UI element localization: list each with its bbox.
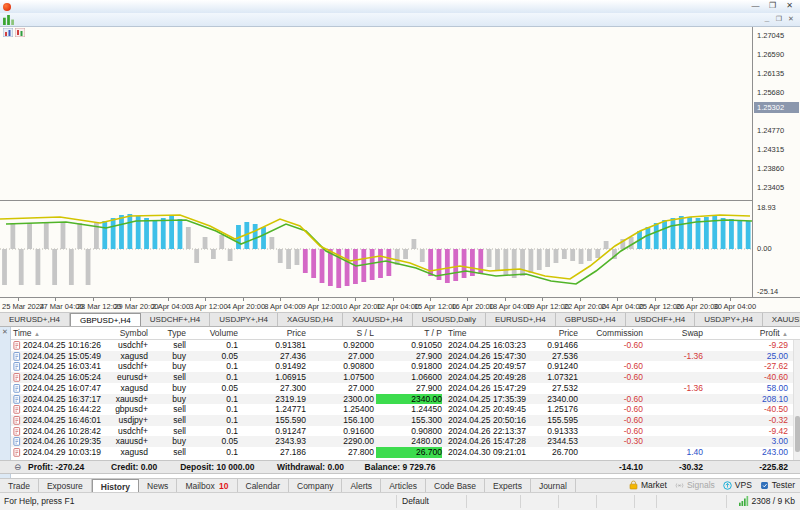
chart-tab-xauusd-h4[interactable]: XAUUSD+,H4 — [343, 313, 412, 326]
cell-price: 1.24771 — [240, 404, 306, 415]
history-row[interactable]: 2024.04.25 10:16:26usdchf+sell0.10.91381… — [11, 340, 793, 351]
time-axis-tick — [730, 298, 731, 301]
chart-tab-usousd-daily[interactable]: USOUSD,Daily — [413, 313, 486, 326]
cell-profit: 58.00 — [700, 383, 788, 394]
cell-price2: 0.91240 — [528, 361, 578, 372]
chart-tab-xagusd-h4[interactable]: XAGUSD,H4 — [278, 313, 343, 326]
time-axis-label: 15 Apr 12:00 — [414, 302, 457, 311]
column-header-tp[interactable]: T / P — [376, 327, 442, 340]
time-axis-label: 30 Apr 04:00 — [714, 302, 757, 311]
chart-tab-usdchf-h4[interactable]: USDCHF+,H4 — [626, 313, 695, 326]
chart-tab-gbpusd-h4[interactable]: GBPUSD+,H4 — [70, 313, 141, 326]
history-row[interactable]: 2024.04.29 10:03:19xagusdsell0.127.18627… — [11, 447, 793, 458]
mailbox-count-badge: 10 — [219, 481, 228, 491]
cell-profit: -9.29 — [700, 340, 788, 351]
history-row[interactable]: 2024.04.25 16:05:24eurusd+sell0.11.06915… — [11, 372, 793, 383]
cell-sl: 2300.00 — [308, 394, 374, 405]
chart-tab-eurusd-h4[interactable]: EURUSD+,H4 — [486, 313, 556, 326]
tab-company[interactable]: Company — [289, 479, 342, 492]
history-row[interactable]: 2024.04.26 10:29:35xauusd+buy0.052343.93… — [11, 436, 793, 447]
tab-journal[interactable]: Journal — [531, 479, 576, 492]
price-chart-canvas[interactable] — [0, 27, 752, 200]
cell-sl: 27.000 — [308, 351, 374, 362]
history-row[interactable]: 2024.04.25 16:37:17xauusd+buy0.12319.192… — [11, 394, 793, 405]
history-row[interactable]: 2024.04.25 16:03:41usdchf+buy0.10.914920… — [11, 361, 793, 372]
history-table-header[interactable]: Time ▲SymbolTypeVolumePriceS / LT / PTim… — [11, 327, 800, 340]
tab-calendar[interactable]: Calendar — [238, 479, 290, 492]
cell-tp: 27.900 — [376, 351, 442, 362]
column-header-price[interactable]: Price — [528, 327, 578, 340]
column-header-volume[interactable]: Volume — [188, 327, 238, 340]
cell-type: sell — [150, 404, 186, 415]
collapse-summary-icon[interactable]: ⊖ — [14, 461, 21, 474]
time-axis[interactable]: 25 Mar 202427 Mar 04:0028 Mar 12:0029 Ma… — [0, 297, 800, 313]
time-axis-label: 26 Apr 20:00 — [676, 302, 719, 311]
chart-mini-icon-1 — [3, 28, 13, 37]
toolbox-close-icon[interactable]: ✕ — [2, 328, 8, 336]
column-header-swap[interactable]: Swap — [645, 327, 703, 340]
column-header-profit[interactable]: Profit ▲ — [700, 327, 788, 341]
history-row[interactable]: 2024.04.25 16:07:47xagusdbuy0.0527.30027… — [11, 383, 793, 394]
connection-bars-icon — [739, 496, 749, 506]
time-axis-label: 12 Apr 04:00 — [377, 302, 420, 311]
history-row[interactable]: 2024.04.25 15:05:49xagusdbuy0.0527.43627… — [11, 351, 793, 362]
cell-tp: 0.91800 — [376, 361, 442, 372]
scrollbar-thumb[interactable] — [795, 416, 800, 452]
chart-window[interactable]: 1.270451.265901.261351.256801.247701.243… — [0, 26, 800, 312]
tester-button[interactable]: Tester — [759, 480, 795, 491]
time-axis-tick — [18, 298, 19, 301]
status-profile[interactable]: Default — [402, 496, 429, 506]
status-separator — [634, 495, 635, 508]
minimize-button[interactable]: — — [747, 0, 764, 12]
restore-button[interactable]: ❐ — [764, 0, 781, 12]
tab-articles[interactable]: Articles — [381, 479, 426, 492]
chart-tab-gbpusd-h4[interactable]: GBPUSD+,H4 — [556, 313, 626, 326]
tab-experts[interactable]: Experts — [485, 479, 531, 492]
column-header-sl[interactable]: S / L — [308, 327, 374, 340]
history-row[interactable]: 2024.04.25 16:44:22gbpusd+sell0.11.24771… — [11, 404, 793, 415]
vps-button[interactable]: VPS — [722, 480, 752, 491]
status-connection: 2308 / 9 Kb — [739, 496, 795, 506]
signals-button[interactable]: Signals — [674, 480, 715, 491]
cell-profit: -27.62 — [700, 361, 788, 372]
column-header-commission[interactable]: Commission — [580, 327, 643, 340]
column-header-time[interactable]: Time — [448, 327, 530, 340]
column-header-price[interactable]: Price — [240, 327, 306, 340]
title-bar[interactable] — [0, 0, 800, 13]
chart-tab-eurusd-h4[interactable]: EURUSD+,H4 — [0, 313, 70, 326]
cell-price: 2343.93 — [240, 436, 306, 447]
cell-profit: 208.10 — [700, 394, 788, 405]
close-button[interactable]: ✕ — [781, 0, 798, 12]
tab-exposure[interactable]: Exposure — [39, 479, 92, 492]
cell-time2: 2024.04.26 15:47:29 — [448, 383, 530, 394]
cell-sl: 27.800 — [308, 447, 374, 458]
column-header-symbol[interactable]: Symbol — [86, 327, 148, 340]
chart-header — [3, 28, 27, 37]
tab-code-base[interactable]: Code Base — [426, 479, 485, 492]
chart-tab-usdjpy-h4[interactable]: USDJPY+,H4 — [210, 313, 278, 326]
vertical-scrollbar[interactable] — [793, 340, 800, 460]
chart-tab-usdjpy-h4[interactable]: USDJPY+,H4 — [695, 313, 763, 326]
history-row[interactable]: 2024.04.25 16:46:01usdjpy+sell0.1155.590… — [11, 415, 793, 426]
tab-alerts[interactable]: Alerts — [342, 479, 381, 492]
time-axis-tick — [93, 298, 94, 301]
tab-news[interactable]: News — [139, 479, 177, 492]
mdi-close-button[interactable]: ✕ — [785, 14, 797, 24]
chart-tab-xauusd-h4[interactable]: XAUUSD+,H4 — [763, 313, 800, 326]
tab-trade[interactable]: Trade — [0, 479, 39, 492]
tab-history[interactable]: History — [92, 479, 139, 492]
mdi-restore-button[interactable]: ❐ — [773, 14, 785, 24]
time-axis-tick — [617, 298, 618, 301]
column-header-type[interactable]: Type — [150, 327, 186, 340]
market-button[interactable]: Market — [628, 480, 667, 491]
indicator-subwindow[interactable] — [0, 200, 752, 297]
cell-symbol: xagusd — [86, 351, 148, 362]
tab-mailbox[interactable]: Mailbox 10 — [177, 479, 237, 492]
history-row[interactable]: 2024.04.26 10:28:42usdchf+sell0.10.91247… — [11, 426, 793, 437]
price-axis[interactable]: 1.270451.265901.261351.256801.247701.243… — [752, 27, 800, 297]
cell-tp: 26.700 — [376, 447, 442, 458]
chart-tab-usdchf-h4[interactable]: USDCHF+,H4 — [141, 313, 210, 326]
app-icon — [3, 3, 11, 11]
price-axis-label: 1.26590 — [757, 50, 784, 59]
mdi-minimize-button[interactable]: ＿ — [761, 14, 773, 24]
